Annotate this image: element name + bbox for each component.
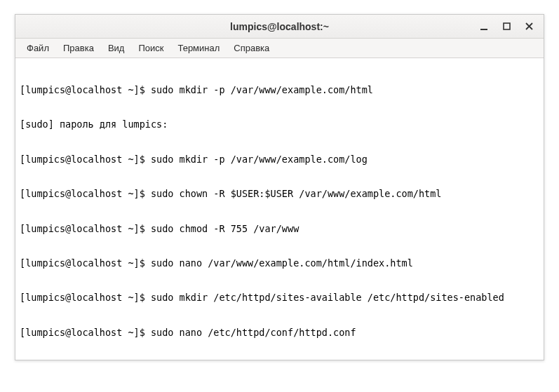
menu-view[interactable]: Вид — [102, 41, 130, 55]
terminal-window: lumpics@localhost:~ Файл Правка Вид Поис… — [15, 14, 544, 360]
menu-file[interactable]: Файл — [21, 41, 55, 55]
menu-help[interactable]: Справка — [228, 41, 275, 55]
maximize-button[interactable] — [501, 22, 511, 32]
menu-edit[interactable]: Правка — [58, 41, 100, 55]
menu-search[interactable]: Поиск — [133, 41, 169, 55]
svg-rect-1 — [504, 23, 510, 29]
terminal-line: [lumpics@localhost ~]$ sudo mkdir -p /va… — [20, 154, 539, 165]
terminal-area[interactable]: [lumpics@localhost ~]$ sudo mkdir -p /va… — [15, 58, 544, 360]
terminal-line: [lumpics@localhost ~]$ sudo mkdir -p /va… — [20, 84, 539, 95]
terminal-line: [lumpics@localhost ~]$ sudo nano /var/ww… — [20, 257, 539, 269]
menu-terminal[interactable]: Терминал — [172, 41, 225, 55]
window-title: lumpics@localhost:~ — [15, 21, 544, 32]
window-controls — [479, 22, 544, 32]
terminal-line: [lumpics@localhost ~]$ sudo nano /etc/ht… — [20, 327, 539, 338]
titlebar: lumpics@localhost:~ — [15, 15, 544, 39]
menubar: Файл Правка Вид Поиск Терминал Справка — [15, 39, 544, 58]
minimize-button[interactable] — [479, 22, 489, 32]
terminal-line: [sudo] пароль для lumpics: — [20, 119, 539, 130]
close-button[interactable] — [524, 22, 534, 32]
terminal-line: [lumpics@localhost ~]$ sudo chmod -R 755… — [20, 223, 539, 234]
terminal-line: [lumpics@localhost ~]$ sudo mkdir /etc/h… — [20, 292, 539, 303]
svg-rect-0 — [480, 29, 487, 30]
terminal-line: [lumpics@localhost ~]$ sudo chown -R $US… — [20, 188, 539, 199]
